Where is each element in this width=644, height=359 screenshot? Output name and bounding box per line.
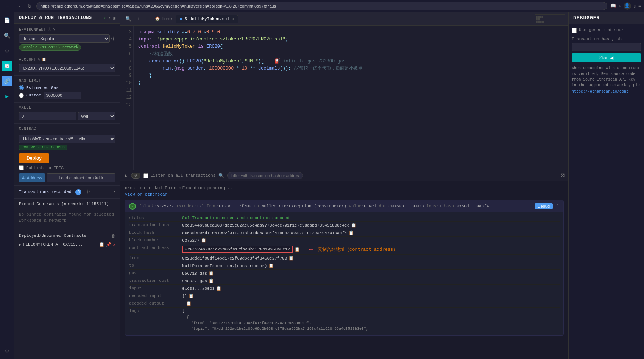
gas-limit-section: GAS LIMIT Estimated Gas Custom xyxy=(14,76,120,103)
listen-checkbox[interactable] xyxy=(143,173,148,178)
start-debug-button[interactable]: Start ◀ xyxy=(572,53,641,62)
decoded-output-label: decoded output xyxy=(129,301,182,306)
debugger-tx-hash-label: Transaction hash, sh xyxy=(572,37,641,41)
collapse-button[interactable]: ▲ xyxy=(123,173,128,178)
tx-pending-msg: creation of NullPointerException pending… xyxy=(125,184,564,192)
plugin-icon[interactable]: 🔗 xyxy=(2,76,12,86)
status-label: status xyxy=(129,216,182,220)
copy-cost-icon[interactable]: 📋 xyxy=(209,278,214,283)
settings-icon[interactable]: ⚙ xyxy=(2,345,12,356)
env-info2-icon[interactable]: ⓘ xyxy=(111,36,115,42)
toolbar-zoom-out-btn[interactable]: − xyxy=(143,15,150,23)
reload-button[interactable]: ↻ xyxy=(26,2,33,10)
copy-contract-addr-icon[interactable]: 📋 xyxy=(295,247,300,252)
toolbar-search-btn[interactable]: 🔍 xyxy=(123,15,133,23)
menu-icon[interactable]: ≡ xyxy=(638,3,641,9)
debugger-tx-hash-input[interactable] xyxy=(572,43,641,51)
compiler-icon[interactable]: ⚙ xyxy=(2,45,12,56)
debug-icon[interactable]: ▶ xyxy=(2,91,12,101)
custom-gas-input[interactable] xyxy=(44,92,81,99)
use-source-label: Use generated sour xyxy=(579,27,624,33)
tab-home[interactable]: 🏠 Home xyxy=(151,15,175,23)
copy-from-icon[interactable]: 📋 xyxy=(288,256,294,261)
block-number-row: block number 6375277 📋 xyxy=(129,237,560,244)
transactions-expand-icon[interactable]: › xyxy=(113,190,115,194)
pin-icon[interactable]: 📌 xyxy=(106,242,111,247)
copy-block-num-icon[interactable]: 📋 xyxy=(201,238,206,243)
tx-hash-value: 0xd35446368ea6087db23c82ac85c4aa9773c4ee… xyxy=(182,223,560,228)
main-layout: 📄 🔍 ⚙ 📈 🔗 ▶ ⚙ DEPLOY & RUN TRANSACTIONS … xyxy=(0,12,644,359)
copy-tx-hash-icon[interactable]: 📋 xyxy=(351,223,356,228)
load-contract-button[interactable]: Load contract from Addr xyxy=(47,173,115,182)
tx-to: NullPointerException.(constructor) xyxy=(262,204,346,208)
copy-input-icon[interactable]: 📋 xyxy=(216,286,221,291)
line-numbers: 345678910111213 xyxy=(120,26,134,170)
clear-button[interactable]: ☒ xyxy=(560,173,565,179)
copy-gas-icon[interactable]: 📋 xyxy=(209,271,214,276)
to-row: to NullPointerException.(constructor) 📋 xyxy=(129,262,560,270)
bottom-toolbar: ▲ 0 Listen on all transactions 🔍 ☒ xyxy=(120,170,568,181)
pinned-title: Pinned Contracts (network: 11155111) xyxy=(19,202,115,206)
estimated-gas-radio[interactable] xyxy=(19,85,24,90)
chevron-right-icon[interactable]: ▸ xyxy=(19,242,22,247)
env-help-icon[interactable]: ? xyxy=(53,28,56,32)
chevron-up-icon[interactable]: ⌃ xyxy=(556,204,560,209)
home-icon: 🏠 xyxy=(155,16,160,21)
back-button[interactable]: ← xyxy=(3,2,11,10)
copy-block-hash-icon[interactable]: 📋 xyxy=(349,230,354,235)
input-label: input xyxy=(129,286,182,291)
copy-contract-icon[interactable]: 📋 xyxy=(99,242,104,247)
counter-badge: 0 xyxy=(131,173,140,179)
contract-address-row: contract address 0x01274678d1a22a05f617f… xyxy=(129,244,560,255)
custom-gas-radio[interactable] xyxy=(19,93,24,98)
debugger-panel: DEBUGGER Use generated sour Transaction … xyxy=(568,12,644,359)
account-select[interactable]: 0x23D...7f700 (1.032505891145: xyxy=(19,64,115,72)
gas-value: 956718 gas 📋 xyxy=(182,271,560,276)
reading-icon: 📖 xyxy=(610,3,616,9)
transactions-info-icon[interactable]: ⓘ xyxy=(86,190,90,194)
file-explorer-icon[interactable]: 📄 xyxy=(2,15,12,26)
filter-input[interactable] xyxy=(227,172,303,179)
code-content[interactable]: pragma solidity >=0.7.0 <0.9.0; import "… xyxy=(134,26,568,170)
arrow-right-icon[interactable]: › xyxy=(108,16,111,20)
use-source-checkbox[interactable] xyxy=(572,28,577,33)
view-on-etherscan-link[interactable]: view on etherscan xyxy=(125,192,167,197)
url-bar[interactable] xyxy=(36,2,607,10)
search-filter-icon[interactable]: 🔍 xyxy=(218,173,224,179)
trash-icon[interactable]: 🗑 xyxy=(111,233,115,238)
account-copy-icon[interactable]: 📋 xyxy=(42,57,47,62)
search-icon[interactable]: 🔍 xyxy=(2,30,12,41)
env-info-icon[interactable]: ⓘ xyxy=(48,27,52,32)
deploy-icon[interactable]: 📈 xyxy=(2,61,12,71)
estimated-gas-row: Estimated Gas xyxy=(19,85,115,90)
account-edit-icon[interactable]: ✎ xyxy=(38,57,41,62)
unit-select[interactable]: Wei xyxy=(78,112,115,120)
tab-close-icon[interactable]: ✕ xyxy=(232,17,234,21)
value-input[interactable] xyxy=(19,112,76,120)
copy-decoded-output-icon[interactable]: 📋 xyxy=(186,301,192,306)
copy-decoded-input-icon[interactable]: 📋 xyxy=(189,294,194,298)
deploy-button[interactable]: Deploy xyxy=(19,153,49,163)
debugger-title: DEBUGGER xyxy=(569,12,644,24)
listen-label: Listen on all transactions xyxy=(151,173,216,178)
success-icon: ✓ xyxy=(129,203,136,210)
block-number-value: 6375277 📋 xyxy=(182,238,560,243)
publish-ipfs-checkbox[interactable] xyxy=(19,165,24,170)
toolbar-zoom-in-btn[interactable]: + xyxy=(135,15,142,23)
block-hash-value: 0x50d9ee6d11061002f3112e48b04da6a0c4f44c… xyxy=(182,230,560,235)
debug-etherscan-link[interactable]: https://etherscan.io/cont xyxy=(572,90,641,94)
environment-select[interactable]: Testnet - Sepolia xyxy=(19,34,110,43)
expand-icon[interactable]: ▣ xyxy=(113,16,115,20)
forward-button[interactable]: → xyxy=(14,2,23,10)
close-contract-icon[interactable]: ✕ xyxy=(113,242,115,247)
tab-file[interactable]: ■ 5_HelloMyToken.sol ✕ xyxy=(176,15,238,23)
deployed-title: Deployed/Unpinned Contracts xyxy=(19,233,86,238)
debug-button[interactable]: Debug xyxy=(535,203,553,209)
account-more-icon[interactable]: ⋮ xyxy=(48,57,52,62)
copy-to-icon[interactable]: 📋 xyxy=(268,263,274,268)
star-icon[interactable]: ☆ xyxy=(618,3,621,9)
decoded-output-row: decoded output - 📋 xyxy=(129,300,560,308)
contract-select[interactable]: HelloMyToken - contracts/5_Hello xyxy=(19,135,115,143)
at-address-button[interactable]: At Address xyxy=(19,173,45,182)
listen-row: Listen on all transactions xyxy=(143,173,216,178)
